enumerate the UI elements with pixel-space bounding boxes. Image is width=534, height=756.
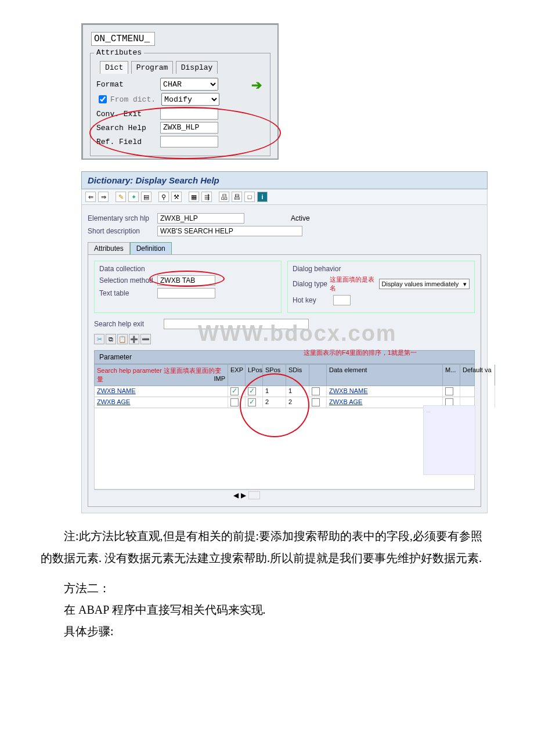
help-icon[interactable]: i	[257, 192, 268, 202]
toolbar: ⇐ ⇒ ✎ ✦ ▤ ⚲ ⚒ ▦ ⇶ 品 昌 □ i	[81, 189, 488, 205]
format-label: Format	[96, 80, 160, 89]
forward-icon[interactable]: ⇒	[98, 192, 109, 202]
from-dict-checkbox[interactable]	[99, 95, 107, 103]
tab-definition[interactable]: Definition	[130, 242, 172, 254]
selection-method-input[interactable]: ZWXB TAB	[157, 275, 215, 286]
conv-exit-input[interactable]	[160, 108, 218, 120]
tab-dict[interactable]: Dict	[100, 61, 128, 74]
scroll-right-icon[interactable]: ▶	[241, 491, 246, 499]
method2-heading: 方法二：	[41, 581, 493, 596]
ref-field-label: Ref. Field	[96, 138, 160, 146]
watermark-badge: …	[423, 405, 475, 475]
where-used-icon[interactable]: ▦	[189, 192, 199, 202]
selection-method-note: 这里面填的是表名	[330, 275, 377, 293]
hammer-icon[interactable]: ⚒	[171, 192, 182, 202]
sdis-checkbox[interactable]	[312, 398, 320, 406]
imp-checkbox[interactable]	[230, 398, 239, 406]
active-label: Active	[291, 214, 310, 222]
window-title: Dictionary: Display Search Help	[81, 171, 488, 189]
cut-icon[interactable]: ✂	[94, 334, 104, 344]
edit-icon[interactable]: ✎	[116, 192, 126, 202]
empty-rows: …	[94, 408, 475, 489]
conv-exit-label: Conv. Exit	[96, 110, 160, 118]
dialog-behavior-title: Dialog behavior	[293, 265, 470, 273]
hotkey-input[interactable]	[333, 295, 351, 305]
back-icon[interactable]: ⇐	[85, 192, 96, 202]
from-dict-label: From dict.	[110, 95, 161, 104]
stop-icon[interactable]: □	[244, 192, 255, 202]
hotkey-label: Hot key	[293, 296, 333, 304]
dialog-type-label: Dialog type	[293, 280, 330, 288]
format-select[interactable]: CHAR	[160, 78, 218, 91]
hierarchy-icon[interactable]: ⇶	[201, 192, 212, 202]
activate-icon[interactable]: ⚲	[158, 192, 169, 202]
shortdesc-label: Short description	[88, 227, 157, 235]
text-table-label: Text table	[99, 289, 157, 297]
chevron-down-icon: ▾	[463, 280, 467, 288]
method2-desc: 在 ABAP 程序中直接写相关代码来实现.	[41, 602, 493, 618]
exp-checkbox[interactable]	[248, 387, 256, 395]
imp-checkbox[interactable]	[230, 387, 239, 395]
search-help-input[interactable]: ZWXB_HLP	[160, 122, 218, 134]
parameter-header: Parameter	[99, 353, 132, 361]
tab-attributes[interactable]: Attributes	[88, 242, 130, 254]
selection-method-label: Selection method	[99, 276, 157, 285]
toggle-icon[interactable]: ✦	[128, 192, 139, 202]
exp-checkbox[interactable]	[248, 398, 256, 406]
arrow-right-icon[interactable]: ➔	[251, 78, 262, 93]
steps-heading: 具体步骤:	[41, 624, 493, 639]
delete-row-icon[interactable]: ➖	[140, 334, 151, 344]
dialog-type-select[interactable]: Display values immediately▾	[379, 279, 470, 289]
copy-icon[interactable]: ⧉	[106, 334, 116, 344]
note-paragraph: 注:此方法比较直观,但是有相关的前提:要添加搜索帮助的表中的字段,必须要有参照的…	[41, 525, 493, 569]
table-row[interactable]: ZWXB AGE 2 2 ZWXB AGE	[94, 397, 475, 408]
ref-field-input[interactable]	[160, 136, 218, 147]
table-row[interactable]: ZWXB NAME 1 1 ZWXB NAME	[94, 386, 475, 397]
text-table-input[interactable]	[157, 288, 215, 298]
search-help-label: Search Help	[96, 124, 160, 132]
paste-icon[interactable]: 📋	[117, 334, 128, 344]
sdis-checkbox[interactable]	[312, 387, 320, 395]
param-columns: Search help parameter 这里面填表里面的变量IMP EXP …	[94, 364, 475, 386]
from-dict-select[interactable]: Modify	[161, 93, 219, 106]
attributes-legend: Attributes	[94, 48, 144, 57]
insert-row-icon[interactable]: ➕	[129, 334, 139, 344]
m-checkbox[interactable]	[445, 387, 453, 395]
other-icon[interactable]: ▤	[141, 192, 151, 202]
tab-display[interactable]: Display	[176, 61, 218, 74]
scroll-left-icon[interactable]: ◀	[233, 491, 239, 499]
param-note-top: 这里面表示的F4里面的排序，1就是第一	[304, 348, 417, 357]
search-help-exit-input[interactable]	[164, 319, 309, 329]
shortdesc-input[interactable]: WXB'S SEARCH HELP	[157, 226, 302, 236]
context-menu-function[interactable]: ON_CTMENU_	[91, 32, 155, 46]
tree1-icon[interactable]: 品	[219, 192, 229, 202]
data-collection-title: Data collection	[99, 265, 276, 273]
tab-program[interactable]: Program	[131, 61, 174, 74]
search-help-exit-label: Search help exit	[94, 320, 164, 328]
tree2-icon[interactable]: 昌	[232, 192, 242, 202]
elem-srch-label: Elementary srch hlp	[88, 214, 157, 222]
elem-srch-input[interactable]: ZWXB_HLP	[157, 213, 244, 224]
